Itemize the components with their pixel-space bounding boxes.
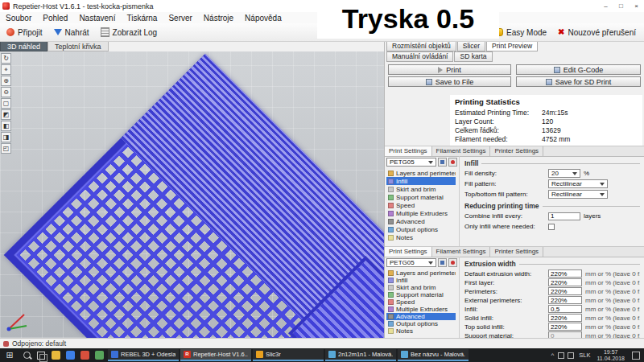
- close-button[interactable]: ×: [629, 0, 644, 12]
- taskbar-window-rebel3d[interactable]: REBEL 3D + Odeslat...: [108, 349, 179, 361]
- menu-nastaveni[interactable]: Nastavení: [73, 14, 121, 23]
- tree-item-speed[interactable]: Speed: [386, 201, 456, 209]
- pinned-app-store[interactable]: [92, 348, 106, 362]
- 3d-viewport[interactable]: ↻ ⌖ ⊕ ⊖ ▢ ◩ ◧ ◨ ◰: [0, 51, 384, 338]
- tray-expand-icon[interactable]: ^: [549, 352, 557, 359]
- side-view-icon[interactable]: ◨: [1, 132, 11, 142]
- taskbar-window-paint-1[interactable]: 2n12m1n1 - Malová...: [325, 349, 396, 361]
- rotate-view-icon[interactable]: ↻: [1, 53, 11, 64]
- infill-width-input[interactable]: [548, 305, 582, 313]
- tab-slicer[interactable]: Slicer: [457, 41, 485, 51]
- network-icon[interactable]: [558, 352, 564, 359]
- tree-item-notes[interactable]: Notes: [386, 327, 456, 335]
- emergency-stop-button[interactable]: ✖ Nouzové přerušení: [553, 27, 641, 39]
- top-bottom-pattern-select[interactable]: Rectilinear: [548, 190, 608, 199]
- menu-server[interactable]: Server: [163, 14, 197, 23]
- tree-item-support[interactable]: Support material: [386, 291, 456, 298]
- task-view-button[interactable]: [34, 348, 48, 362]
- perimeters-width-input[interactable]: [548, 287, 582, 295]
- tree-item-infill[interactable]: Infill: [386, 177, 456, 185]
- save-to-file-button[interactable]: Save to File: [388, 76, 511, 87]
- fill-density-select[interactable]: 20: [548, 169, 580, 178]
- tree-item-infill[interactable]: Infill: [386, 277, 456, 284]
- tab-temperature-curve[interactable]: Teplotní křivka: [47, 41, 109, 51]
- delete-profile-icon[interactable]: [448, 158, 457, 167]
- move-view-icon[interactable]: ⌖: [1, 64, 11, 75]
- tab-sd-card[interactable]: SD karta: [454, 51, 492, 62]
- save-for-sd-button[interactable]: Save for SD Print: [516, 76, 641, 87]
- external-perimeters-width-input[interactable]: [548, 296, 582, 304]
- language-indicator[interactable]: SLK: [576, 352, 593, 359]
- tree-item-layers[interactable]: Layers and perimeters: [386, 169, 456, 177]
- default-extrusion-width-input[interactable]: [548, 269, 582, 278]
- percent-label: %: [584, 170, 589, 177]
- tree-item-notes[interactable]: Notes: [386, 233, 456, 241]
- support-material-width-input[interactable]: [548, 331, 582, 338]
- top-view-icon[interactable]: ◰: [1, 143, 11, 154]
- menu-soubor[interactable]: Soubor: [0, 14, 37, 23]
- save-profile-icon[interactable]: [438, 258, 447, 267]
- profile-select[interactable]: PETG05: [386, 158, 436, 167]
- delete-profile-icon[interactable]: [448, 258, 457, 267]
- menu-tiskarna[interactable]: Tiskárna: [121, 14, 163, 23]
- fill-pattern-select[interactable]: Rectilinear: [548, 179, 608, 188]
- tree-item-advanced[interactable]: Advanced: [386, 217, 456, 225]
- connect-button[interactable]: Připojit: [2, 27, 47, 39]
- save-profile-icon[interactable]: [438, 158, 447, 167]
- tree-item-advanced[interactable]: Advanced: [386, 313, 456, 320]
- tree-item-extruders[interactable]: Multiple Extruders: [386, 306, 456, 313]
- tab-filament-settings[interactable]: Filament Settings: [432, 247, 491, 257]
- front-view-icon[interactable]: ◧: [1, 121, 11, 131]
- tab-print-settings[interactable]: Print Settings: [385, 146, 432, 156]
- statusbar: Odpojeno: default: [0, 338, 644, 348]
- load-button[interactable]: Nahrát: [49, 27, 94, 39]
- menu-nastroje[interactable]: Nástroje: [198, 14, 239, 23]
- minimize-button[interactable]: –: [598, 0, 613, 12]
- clock[interactable]: 19:57 11.04.2018: [593, 349, 628, 362]
- tab-object-placement[interactable]: Rozmístění objektů: [386, 41, 456, 51]
- search-button[interactable]: [19, 348, 34, 362]
- pinned-app-firefox[interactable]: [77, 348, 92, 362]
- taskbar-window-repetier[interactable]: R Repetier-Host V1.6...: [180, 349, 251, 361]
- tab-3d-view[interactable]: 3D náhled: [0, 41, 47, 51]
- start-button[interactable]: ⊞: [0, 348, 19, 362]
- tree-item-skirt[interactable]: Skirt and brim: [386, 284, 456, 291]
- zoom-out-icon[interactable]: ⊖: [1, 87, 11, 97]
- profile-select[interactable]: PETG05: [386, 258, 436, 267]
- menu-napoveda[interactable]: Nápověda: [239, 14, 287, 23]
- menu-pohled[interactable]: Pohled: [37, 14, 73, 23]
- tab-printer-settings[interactable]: Printer Settings: [490, 146, 543, 156]
- tree-item-speed[interactable]: Speed: [386, 298, 456, 306]
- first-layer-width-input[interactable]: [548, 278, 582, 286]
- combine-infill-input[interactable]: [548, 212, 580, 220]
- tab-print-preview[interactable]: Print Preview: [486, 41, 538, 51]
- tab-filament-settings[interactable]: Filament Settings: [432, 146, 491, 156]
- isometric-view-icon[interactable]: ◩: [1, 109, 11, 120]
- tree-item-output[interactable]: Output options: [386, 225, 456, 233]
- edit-gcode-button[interactable]: Edit G-Code: [516, 64, 641, 75]
- pinned-app-explorer[interactable]: [48, 348, 63, 362]
- show-log-button[interactable]: Zobrazit Log: [96, 26, 163, 39]
- tab-printer-settings[interactable]: Printer Settings: [490, 247, 543, 257]
- only-infill-checkbox[interactable]: [548, 224, 555, 230]
- tree-item-output[interactable]: Output options: [386, 320, 456, 327]
- top-solid-infill-width-input[interactable]: [548, 323, 582, 331]
- tab-print-settings[interactable]: Print Settings: [385, 247, 432, 257]
- tree-item-support[interactable]: Support material: [386, 193, 456, 201]
- fit-view-icon[interactable]: ▢: [1, 98, 11, 109]
- volume-icon[interactable]: [568, 352, 574, 359]
- taskbar-window-paint-2[interactable]: Bez názvu - Malová...: [398, 349, 469, 361]
- pinned-app-edge[interactable]: [63, 348, 77, 362]
- easy-mode-button[interactable]: Easy Mode: [490, 27, 551, 39]
- tree-item-extruders[interactable]: Multiple Extruders: [386, 209, 456, 217]
- maximize-button[interactable]: □: [613, 0, 629, 12]
- taskbar-window-slic3r[interactable]: Slic3r: [253, 349, 324, 361]
- action-center-icon[interactable]: [632, 352, 640, 360]
- tab-manual-control[interactable]: Manuální ovládání: [386, 51, 453, 62]
- zoom-in-icon[interactable]: ⊕: [1, 76, 11, 86]
- solid-infill-width-input[interactable]: [548, 314, 582, 322]
- top-bottom-pattern-label: Top/bottom fill pattern:: [464, 191, 548, 198]
- print-button[interactable]: Print: [388, 64, 511, 75]
- tree-item-layers[interactable]: Layers and perimeters: [386, 269, 456, 277]
- tree-item-skirt[interactable]: Skirt and brim: [386, 185, 456, 193]
